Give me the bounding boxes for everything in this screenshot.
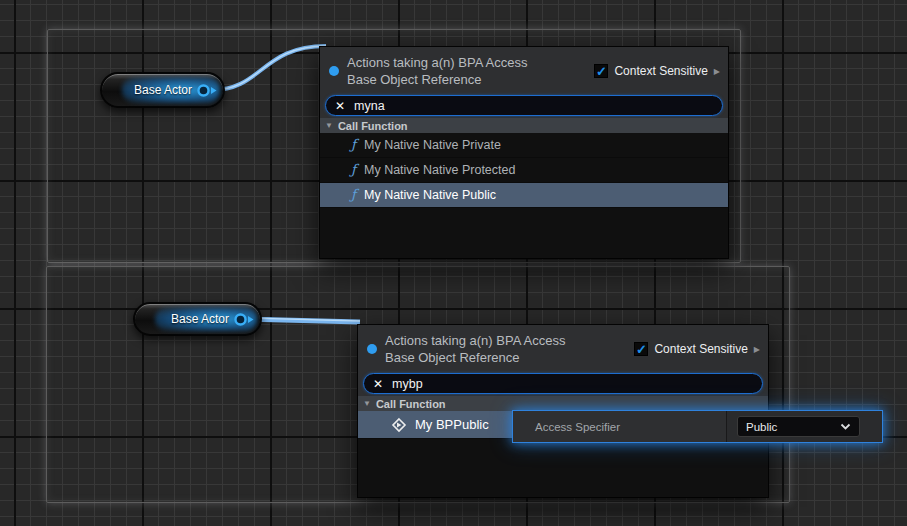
- dropdown-selected-value: Public: [746, 421, 777, 433]
- access-specifier-tooltip: Access Specifier Public: [512, 410, 883, 443]
- context-sensitive-label: Context Sensitive: [614, 64, 707, 78]
- chevron-down-icon: [840, 423, 851, 430]
- object-pin-dot-icon: [329, 66, 339, 76]
- submenu-arrow-icon[interactable]: ▶: [714, 67, 720, 76]
- search-query-text: mybp: [392, 377, 423, 391]
- menu-title-line1: Actions taking a(n) BPA Access: [385, 332, 626, 349]
- object-pin-dot-icon: [367, 344, 377, 354]
- check-icon: ✓: [636, 343, 647, 356]
- node-title: Base Actor: [134, 83, 192, 97]
- context-sensitive-group: ✓ Context Sensitive ▶: [594, 64, 720, 78]
- function-icon: ƒ: [351, 188, 356, 202]
- access-specifier-value-cell: Public: [727, 411, 882, 442]
- search-query-text: myna: [354, 99, 385, 113]
- clear-search-icon[interactable]: ✕: [373, 378, 383, 390]
- list-item-label: My Native Native Private: [364, 138, 501, 152]
- collapse-triangle-icon: ▼: [363, 399, 371, 408]
- search-row: ✕ mybp: [358, 373, 768, 396]
- list-item-my-native-native-public[interactable]: ƒ My Native Native Public: [320, 183, 728, 208]
- context-sensitive-checkbox[interactable]: ✓: [594, 64, 608, 78]
- object-output-pin-icon[interactable]: [233, 312, 255, 327]
- category-call-function[interactable]: ▼ Call Function: [358, 396, 768, 411]
- node-title: Base Actor: [171, 312, 229, 326]
- search-input[interactable]: ✕ mybp: [363, 373, 763, 394]
- menu-title-line2: Base Object Reference: [385, 349, 626, 366]
- access-specifier-label: Access Specifier: [513, 411, 727, 442]
- list-item-label: My Native Native Protected: [364, 163, 515, 177]
- context-menu-top: Actions taking a(n) BPA Access Base Obje…: [320, 47, 728, 258]
- action-list: ƒ My Native Native Private ƒ My Native N…: [320, 133, 728, 258]
- function-icon: ƒ: [351, 163, 356, 177]
- list-item-label: My Native Native Public: [364, 188, 496, 202]
- menu-title: Actions taking a(n) BPA Access Base Obje…: [347, 54, 586, 88]
- menu-header: Actions taking a(n) BPA Access Base Obje…: [358, 325, 768, 373]
- blueprint-function-diamond-icon: [391, 417, 407, 433]
- category-label: Call Function: [338, 120, 408, 132]
- menu-header: Actions taking a(n) BPA Access Base Obje…: [320, 47, 728, 95]
- list-item-label: My BPPublic: [415, 417, 489, 432]
- check-icon: ✓: [596, 65, 607, 78]
- context-sensitive-group: ✓ Context Sensitive ▶: [634, 342, 760, 356]
- object-output-pin-icon[interactable]: [196, 83, 218, 98]
- collapse-triangle-icon: ▼: [325, 121, 333, 130]
- search-row: ✕ myna: [320, 95, 728, 118]
- clear-search-icon[interactable]: ✕: [335, 100, 345, 112]
- list-item-my-native-native-private[interactable]: ƒ My Native Native Private: [320, 133, 728, 158]
- access-specifier-dropdown[interactable]: Public: [737, 416, 860, 437]
- submenu-arrow-icon[interactable]: ▶: [754, 345, 760, 354]
- blueprint-graph-canvas: Base Actor Base Actor Actions taking a(n…: [0, 0, 907, 526]
- menu-title: Actions taking a(n) BPA Access Base Obje…: [385, 332, 626, 366]
- context-sensitive-label: Context Sensitive: [654, 342, 747, 356]
- search-input[interactable]: ✕ myna: [325, 95, 723, 116]
- context-sensitive-checkbox[interactable]: ✓: [634, 342, 648, 356]
- menu-title-line2: Base Object Reference: [347, 71, 586, 88]
- menu-title-line1: Actions taking a(n) BPA Access: [347, 54, 586, 71]
- function-icon: ƒ: [351, 138, 356, 152]
- list-item-my-native-native-protected[interactable]: ƒ My Native Native Protected: [320, 158, 728, 183]
- category-label: Call Function: [376, 398, 446, 410]
- base-actor-node-bottom[interactable]: Base Actor: [133, 302, 262, 336]
- base-actor-node-top[interactable]: Base Actor: [100, 72, 225, 108]
- category-call-function[interactable]: ▼ Call Function: [320, 118, 728, 133]
